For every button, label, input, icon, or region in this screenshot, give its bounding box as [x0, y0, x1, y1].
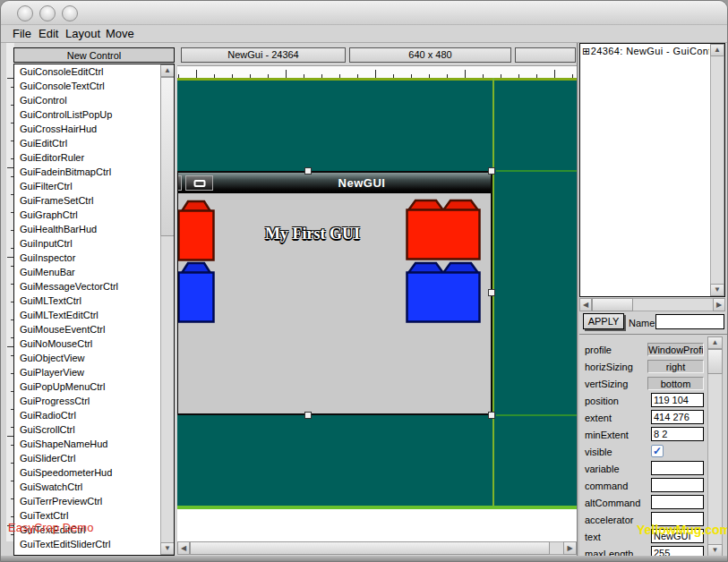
- property-input[interactable]: [651, 427, 704, 441]
- property-popup[interactable]: right: [647, 360, 704, 373]
- scroll-right-icon[interactable]: ▶: [713, 298, 725, 311]
- list-scrollbar-thumb[interactable]: [160, 77, 175, 236]
- control-list-item[interactable]: GuiFilterCtrl: [14, 179, 160, 193]
- control-list-item[interactable]: GuiScrollCtrl: [14, 422, 160, 437]
- property-input[interactable]: [651, 478, 704, 492]
- gui-selector-button[interactable]: NewGui - 24364: [181, 47, 346, 63]
- newgui-maximize-button[interactable]: [185, 175, 213, 191]
- newgui-clipped-button[interactable]: [177, 175, 182, 191]
- new-control-header[interactable]: New Control: [13, 47, 175, 63]
- apply-bar: APPLY Name:: [579, 311, 728, 334]
- visible-checkbox[interactable]: ✓: [651, 445, 664, 457]
- property-label: vertSizing: [585, 379, 628, 389]
- control-list-item[interactable]: GuiConsoleTextCtrl: [14, 79, 160, 93]
- control-list-item[interactable]: GuiFrameSetCtrl: [14, 193, 160, 208]
- scroll-right-icon[interactable]: ▶: [563, 541, 577, 555]
- property-row: variable ✓: [579, 461, 705, 478]
- control-list-item[interactable]: GuiMessageVectorCtrl: [14, 279, 160, 294]
- control-list-item[interactable]: GuiEditCtrl: [14, 136, 160, 150]
- handle-top-center[interactable]: [304, 167, 312, 175]
- control-list-item[interactable]: GuiFadeinBitmapCtrl: [14, 165, 160, 179]
- newgui-window[interactable]: NewGUI My First GUI: [177, 171, 492, 415]
- scroll-up-icon[interactable]: ▲: [160, 64, 175, 77]
- tree-expand-icon[interactable]: ⊞: [582, 46, 591, 56]
- red-brick-large[interactable]: [406, 198, 481, 260]
- control-list-item[interactable]: GuiRadioCtrl: [14, 408, 160, 422]
- property-row: vertSizing bottom ✓: [579, 376, 705, 393]
- scroll-down-icon[interactable]: ▼: [710, 284, 724, 296]
- scroll-down-icon[interactable]: ▼: [707, 544, 723, 557]
- control-list-item[interactable]: GuiControl: [14, 93, 160, 107]
- easycrop-watermark: EasyCrop Demo: [8, 521, 93, 534]
- menu-layout[interactable]: Layout: [65, 27, 100, 40]
- window-minimize-icon[interactable]: [39, 5, 56, 21]
- tree-hscrollbar-thumb[interactable]: [592, 298, 633, 311]
- handle-bottom-center[interactable]: [304, 412, 312, 419]
- canvas-hscrollbar-thumb[interactable]: [190, 541, 550, 555]
- editor-canvas[interactable]: NewGUI My First GUI: [177, 78, 577, 541]
- blue-brick-small[interactable]: [177, 260, 215, 323]
- apply-button[interactable]: APPLY: [583, 313, 624, 329]
- control-list-item[interactable]: GuiInputCtrl: [14, 236, 160, 251]
- scroll-up-icon[interactable]: ▲: [710, 44, 724, 56]
- newgui-title: NewGUI: [232, 176, 492, 190]
- property-popup[interactable]: WindowProfile: [647, 343, 704, 356]
- control-list-item[interactable]: GuiControlListPopUp: [14, 107, 160, 122]
- menu-move[interactable]: Move: [106, 27, 134, 40]
- scroll-up-icon[interactable]: ▲: [707, 336, 723, 349]
- menu-edit[interactable]: Edit: [39, 27, 58, 40]
- blue-brick-large[interactable]: [406, 260, 481, 323]
- property-label: command: [585, 481, 628, 491]
- control-list-item[interactable]: GuiMLTextCtrl: [14, 294, 160, 308]
- control-list-item[interactable]: GuiGraphCtrl: [14, 208, 160, 222]
- control-list-item[interactable]: GuiMenuBar: [14, 265, 160, 279]
- tree-root-label[interactable]: 24364: NewGui - GuiControl: [591, 46, 709, 56]
- control-list-item[interactable]: GuiMLTextEditCtrl: [14, 308, 160, 322]
- property-popup[interactable]: bottom: [647, 377, 704, 390]
- handle-right-middle[interactable]: [488, 289, 495, 296]
- control-list-item[interactable]: GuiInspector: [14, 251, 160, 265]
- control-list-item[interactable]: GuiHealthBarHud: [14, 222, 160, 236]
- name-input[interactable]: [655, 314, 724, 329]
- control-list-item[interactable]: GuiTextEditSliderCtrl: [14, 537, 160, 551]
- window-titlebar[interactable]: [1, 1, 728, 25]
- window-close-icon[interactable]: [17, 5, 33, 21]
- property-label: altCommand: [585, 498, 640, 508]
- scroll-left-icon[interactable]: ◀: [177, 541, 190, 555]
- control-list-item[interactable]: GuiConsoleEditCtrl: [14, 64, 160, 79]
- control-list-item[interactable]: GuiShapeNameHud: [14, 437, 160, 451]
- control-list-item[interactable]: GuiCrossHairHud: [14, 122, 160, 136]
- control-list-item[interactable]: GuiProgressCtrl: [14, 394, 160, 408]
- property-input[interactable]: [651, 410, 704, 424]
- red-brick-small[interactable]: [177, 199, 215, 261]
- control-list-item[interactable]: GuiEditorRuler: [14, 150, 160, 165]
- property-label: visible: [585, 447, 612, 457]
- control-list-item[interactable]: GuiMouseEventCtrl: [14, 322, 160, 336]
- property-input[interactable]: [651, 461, 704, 475]
- control-list-item[interactable]: GuiNoMouseCtrl: [14, 336, 160, 351]
- control-list-item[interactable]: GuiObjectView: [14, 351, 160, 365]
- control-list-item[interactable]: GuiTerrPreviewCtrl: [14, 494, 160, 508]
- handle-bottom-right[interactable]: [488, 412, 495, 419]
- window-zoom-icon[interactable]: [62, 5, 78, 21]
- property-input[interactable]: [651, 495, 704, 509]
- tree-root-row[interactable]: ⊞24364: NewGui - GuiControl: [582, 46, 709, 57]
- control-list-item[interactable]: GuiSliderCtrl: [14, 451, 160, 465]
- control-list-item[interactable]: GuiSwatchCtrl: [14, 480, 160, 494]
- property-row: extent 414 276 ✓: [579, 410, 705, 427]
- handle-top-right[interactable]: [488, 167, 495, 175]
- control-list-item[interactable]: GuiSpeedometerHud: [14, 465, 160, 480]
- control-list-item[interactable]: GuiPopUpMenuCtrl: [14, 379, 160, 394]
- control-list-item[interactable]: GuiPlayerView: [14, 365, 160, 379]
- inspector-vscrollbar-thumb[interactable]: [707, 349, 723, 374]
- scroll-left-icon[interactable]: ◀: [579, 298, 592, 311]
- scroll-down-icon[interactable]: ▼: [160, 542, 175, 555]
- menu-file[interactable]: File: [13, 27, 31, 40]
- newgui-titlebar[interactable]: NewGUI: [178, 173, 491, 193]
- property-input[interactable]: [651, 393, 704, 407]
- resolution-button[interactable]: 640 x 480: [349, 47, 511, 63]
- horizontal-ruler: [177, 65, 577, 78]
- property-row: visible checked ✓: [579, 444, 705, 461]
- menu-bar: File Edit Layout Move: [1, 25, 728, 43]
- tree-vscrollbar[interactable]: [710, 44, 724, 296]
